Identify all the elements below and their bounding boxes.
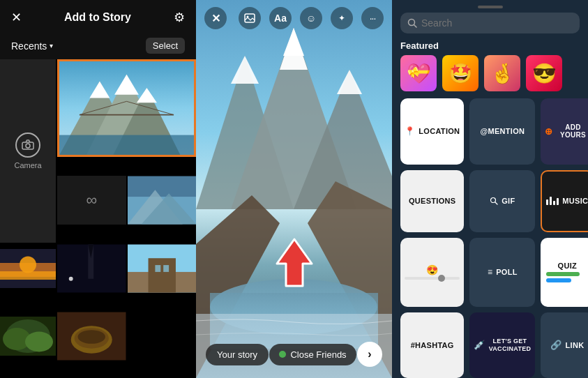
gif-search-icon [490,197,498,205]
recents-label[interactable]: Recents ▾ [11,40,53,52]
upload-arrow [273,236,315,294]
recents-row: Recents ▾ Select [0,35,196,59]
questions-sticker[interactable]: QUESTIONS [400,170,464,232]
editor-background [196,0,392,378]
infinity-cell[interactable]: ∞ [57,176,126,225]
svg-line-57 [495,202,497,204]
camera-cell[interactable]: Camera [0,59,56,243]
gallery-panel: ✕ Add to Story ⚙ Recents ▾ Select Camera [0,0,196,378]
vaccinated-icon: 💉 [474,340,485,350]
image-icon-button[interactable] [239,7,261,29]
photo-plants[interactable] [0,312,56,361]
your-story-button[interactable]: Your story [206,344,269,365]
editor-close-button[interactable]: ✕ [204,7,227,29]
link-icon: 🔗 [550,340,561,350]
text-icon-button[interactable]: Aa [269,7,292,29]
stickers-panel: Featured 💝 🤩 🤞 😎 📍 LOCATION @MENTION ⊕ A… [392,0,588,378]
poll-sticker[interactable]: ≡ POLL [469,238,535,307]
photo-glacier[interactable] [128,176,197,225]
next-button[interactable]: › [357,342,382,367]
gallery-grid: Camera [0,59,196,378]
search-input[interactable] [421,17,573,29]
addyours-icon: ⊕ [545,126,552,137]
music-bars-icon [546,197,559,205]
hashtag-sticker[interactable]: #HASHTAG [400,312,464,378]
quiz-bars [543,272,588,282]
gallery-title: Add to Story [64,11,131,24]
location-sticker[interactable]: 📍 LOCATION [400,98,464,165]
featured-emoji-4[interactable]: 😎 [526,55,562,91]
sticker-grid: 📍 LOCATION @MENTION ⊕ ADD YOURS QUESTION… [392,98,588,378]
featured-emoji-3[interactable]: 🤞 [484,55,520,91]
svg-point-56 [491,198,496,203]
svg-point-1 [26,144,30,148]
green-dot-icon [279,351,286,358]
camera-icon [15,133,40,158]
drag-indicator [478,6,503,8]
camera-label: Camera [14,161,41,169]
photo-tea[interactable] [57,312,126,361]
addyours-sticker[interactable]: ⊕ ADD YOURS [541,98,588,165]
featured-emojis-row: 💝 🤩 🤞 😎 [392,55,588,98]
close-icon[interactable]: ✕ [11,10,22,25]
emoji-slider-sticker[interactable]: 😍 [400,238,464,307]
gif-sticker[interactable]: GIF [469,170,535,232]
poll-icon: ≡ [488,267,492,277]
sticker-search-bar[interactable] [400,13,580,33]
svg-point-37 [78,330,105,344]
svg-point-20 [20,256,36,273]
music-sticker[interactable]: MUSIC [541,170,588,232]
editor-panel: ✕ Aa ☺ ✦ ··· Your story Close Friends [196,0,392,378]
svg-rect-28 [155,265,160,272]
featured-photo[interactable] [57,59,196,157]
gallery-header: ✕ Add to Story ⚙ [0,0,196,35]
close-friends-button[interactable]: Close Friends [269,344,356,365]
sticker-icon-button[interactable]: ☺ [300,7,322,29]
photo-sunset[interactable] [0,244,56,293]
mention-sticker[interactable]: @MENTION [469,98,535,165]
chevron-down-icon: ▾ [50,42,53,50]
svg-marker-53 [277,239,312,286]
photo-building[interactable] [128,244,197,293]
svg-rect-12 [59,135,194,155]
slider-bar [405,277,460,280]
settings-icon[interactable]: ⚙ [174,10,185,25]
svg-rect-29 [163,265,169,272]
editor-bottom-bar: Your story Close Friends › [196,342,392,367]
photo-dark-trees[interactable] [57,244,126,293]
featured-emoji-2[interactable]: 🤩 [442,55,478,91]
more-options-button[interactable]: ··· [361,7,384,29]
svg-rect-27 [148,258,175,292]
featured-emoji-1[interactable]: 💝 [400,55,437,91]
select-button[interactable]: Select [146,38,185,54]
effects-icon-button[interactable]: ✦ [331,7,353,29]
quiz-sticker[interactable]: QUIZ [541,238,588,307]
svg-rect-51 [245,14,255,22]
editor-toolbar: ✕ Aa ☺ ✦ ··· [196,7,392,29]
svg-point-33 [25,331,53,351]
search-icon [407,18,417,28]
svg-point-22 [69,276,73,280]
vaccinated-sticker[interactable]: 💉 LET'S GET VACCINATED [469,312,535,378]
location-icon: 📍 [405,126,415,136]
toolbar-icons: Aa ☺ ✦ ··· [239,7,384,29]
featured-label: Featured [392,39,588,55]
svg-line-55 [414,25,417,28]
link-sticker[interactable]: 🔗 LINK [541,312,588,378]
infinity-icon: ∞ [86,191,97,209]
